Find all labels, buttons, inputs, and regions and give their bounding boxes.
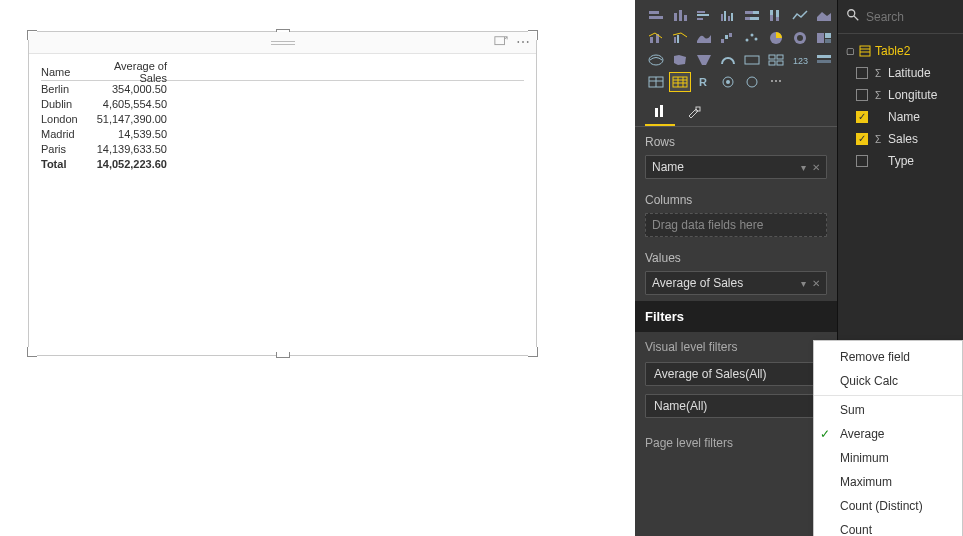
treemap-icon[interactable] bbox=[813, 28, 835, 48]
resize-handle-bl[interactable] bbox=[27, 347, 37, 357]
multi-row-card-icon[interactable] bbox=[765, 50, 787, 70]
cell-value: 4,605,554.50 bbox=[87, 98, 167, 110]
ctx-count-distinct[interactable]: Count (Distinct) bbox=[814, 494, 962, 518]
python-visual-icon[interactable] bbox=[717, 72, 739, 92]
svg-point-34 bbox=[797, 35, 803, 41]
area-chart-icon[interactable] bbox=[813, 6, 835, 26]
table-total-row[interactable]: Total 14,052,223.60 bbox=[41, 156, 524, 171]
table-row[interactable]: Dublin 4,605,554.50 bbox=[41, 96, 524, 111]
ribbon-chart-icon[interactable] bbox=[693, 28, 715, 48]
stacked-bar-icon[interactable] bbox=[645, 6, 667, 26]
table-node[interactable]: ▢ Table2 bbox=[842, 40, 959, 62]
checkbox-checked[interactable] bbox=[856, 111, 868, 123]
chevron-down-icon[interactable]: ▾ bbox=[801, 278, 806, 289]
svg-text:⋯: ⋯ bbox=[770, 75, 782, 88]
table-row[interactable]: Madrid 14,539.50 bbox=[41, 126, 524, 141]
card-icon[interactable] bbox=[741, 50, 763, 70]
map-icon[interactable] bbox=[645, 50, 667, 70]
header-name[interactable]: Name bbox=[41, 66, 87, 78]
kpi-icon[interactable]: 123 bbox=[789, 50, 811, 70]
matrix-body: Name Average of Sales Berlin 354,000.50 … bbox=[29, 54, 536, 181]
stacked-column-icon[interactable] bbox=[669, 6, 691, 26]
field-sales[interactable]: Σ Sales bbox=[842, 128, 959, 150]
visual-matrix[interactable]: Name Average of Sales Berlin 354,000.50 … bbox=[28, 31, 537, 356]
ctx-remove-field[interactable]: Remove field bbox=[814, 345, 962, 369]
sigma-icon: Σ bbox=[873, 90, 883, 101]
import-visual-icon[interactable]: ⋯ bbox=[765, 72, 787, 92]
ctx-average-label: Average bbox=[840, 427, 884, 441]
line-chart-icon[interactable] bbox=[789, 6, 811, 26]
page-filters-label: Page level filters bbox=[635, 422, 837, 456]
clustered-column-icon[interactable] bbox=[717, 6, 739, 26]
total-label: Total bbox=[41, 158, 87, 170]
ctx-minimum[interactable]: Minimum bbox=[814, 446, 962, 470]
donut-icon[interactable] bbox=[789, 28, 811, 48]
funnel-icon[interactable] bbox=[693, 50, 715, 70]
rows-well[interactable]: Name ▾ ✕ bbox=[645, 155, 827, 179]
svg-rect-40 bbox=[745, 56, 759, 64]
tab-format[interactable] bbox=[679, 100, 709, 126]
svg-rect-2 bbox=[649, 16, 663, 19]
fields-search[interactable] bbox=[838, 0, 963, 34]
chevron-down-icon[interactable]: ▾ bbox=[801, 162, 806, 173]
search-input[interactable] bbox=[866, 10, 963, 24]
checkbox[interactable] bbox=[856, 89, 868, 101]
clustered-bar-icon[interactable] bbox=[693, 6, 715, 26]
tab-fields[interactable] bbox=[645, 100, 675, 126]
matrix-icon[interactable] bbox=[669, 72, 691, 92]
focus-mode-icon[interactable] bbox=[494, 35, 508, 49]
table-row[interactable]: Berlin 354,000.50 bbox=[41, 81, 524, 96]
svg-rect-35 bbox=[817, 33, 824, 43]
report-canvas[interactable]: Name Average of Sales Berlin 354,000.50 … bbox=[0, 0, 635, 536]
waterfall-icon[interactable] bbox=[717, 28, 739, 48]
checkbox[interactable] bbox=[856, 155, 868, 167]
table-row[interactable]: London 51,147,390.00 bbox=[41, 111, 524, 126]
filled-map-icon[interactable] bbox=[669, 50, 691, 70]
stacked-column-100-icon[interactable] bbox=[765, 6, 787, 26]
field-longitute[interactable]: Σ Longitute bbox=[842, 84, 959, 106]
resize-handle-bm[interactable] bbox=[276, 352, 290, 358]
line-stacked-icon[interactable] bbox=[645, 28, 667, 48]
line-clustered-icon[interactable] bbox=[669, 28, 691, 48]
field-latitude[interactable]: Σ Latitude bbox=[842, 62, 959, 84]
values-well[interactable]: Average of Sales ▾ ✕ bbox=[645, 271, 827, 295]
columns-label: Columns bbox=[645, 193, 827, 207]
search-icon bbox=[846, 8, 860, 25]
svg-rect-18 bbox=[770, 10, 773, 15]
svg-point-31 bbox=[755, 38, 758, 41]
cell-name: Dublin bbox=[41, 98, 87, 110]
pie-icon[interactable] bbox=[765, 28, 787, 48]
stacked-bar-100-icon[interactable] bbox=[741, 6, 763, 26]
more-options-icon[interactable] bbox=[516, 35, 530, 49]
checkbox-checked[interactable] bbox=[856, 133, 868, 145]
filters-header[interactable]: Filters bbox=[635, 301, 837, 332]
scatter-icon[interactable] bbox=[741, 28, 763, 48]
r-visual-icon[interactable]: R bbox=[693, 72, 715, 92]
table-row[interactable]: Paris 14,139,633.50 bbox=[41, 141, 524, 156]
svg-rect-37 bbox=[825, 39, 831, 43]
slicer-icon[interactable] bbox=[813, 50, 835, 70]
svg-rect-5 bbox=[684, 15, 687, 21]
resize-handle-br[interactable] bbox=[528, 347, 538, 357]
ctx-count[interactable]: Count bbox=[814, 518, 962, 536]
field-name[interactable]: Σ Name bbox=[842, 106, 959, 128]
filter-chip-name[interactable]: Name(All) bbox=[645, 394, 827, 418]
ctx-average[interactable]: ✓ Average bbox=[814, 422, 962, 446]
checkbox[interactable] bbox=[856, 67, 868, 79]
sigma-icon: Σ bbox=[873, 134, 883, 145]
gauge-icon[interactable] bbox=[717, 50, 739, 70]
columns-well[interactable]: Drag data fields here bbox=[645, 213, 827, 237]
svg-rect-41 bbox=[769, 55, 775, 59]
table-icon[interactable] bbox=[645, 72, 667, 92]
ctx-maximum[interactable]: Maximum bbox=[814, 470, 962, 494]
header-value[interactable]: Average of Sales bbox=[87, 60, 167, 84]
ctx-sum[interactable]: Sum bbox=[814, 398, 962, 422]
filter-chip-sales[interactable]: Average of Sales(All) bbox=[645, 362, 827, 386]
field-type[interactable]: Σ Type bbox=[842, 150, 959, 172]
field-label: Type bbox=[888, 154, 914, 168]
arcgis-icon[interactable] bbox=[741, 72, 763, 92]
remove-x-icon[interactable]: ✕ bbox=[812, 278, 820, 289]
remove-x-icon[interactable]: ✕ bbox=[812, 162, 820, 173]
ctx-quick-calc[interactable]: Quick Calc bbox=[814, 369, 962, 396]
drag-grip-icon[interactable] bbox=[271, 41, 295, 45]
